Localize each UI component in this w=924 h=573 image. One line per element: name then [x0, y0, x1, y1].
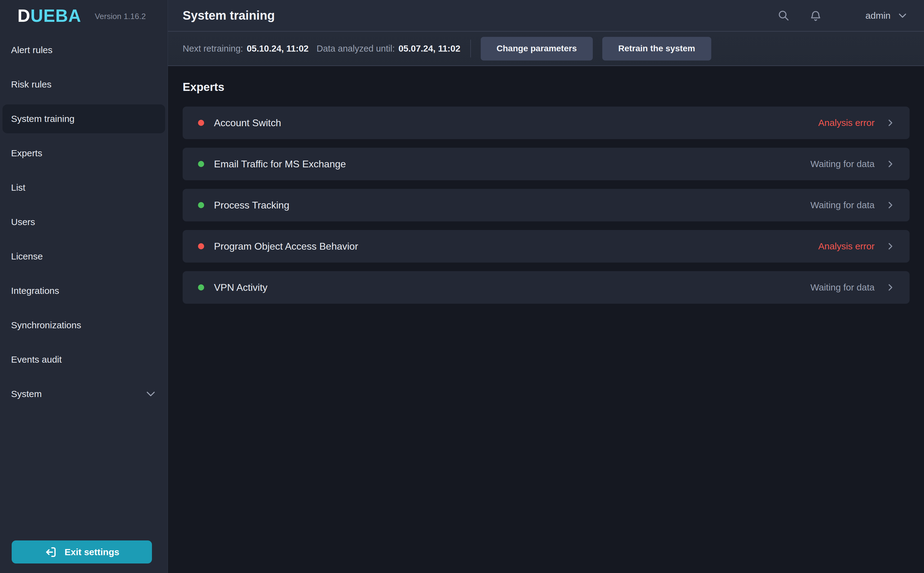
sidebar-item-events-audit[interactable]: Events audit	[2, 345, 165, 374]
expert-name: Process Tracking	[214, 200, 289, 211]
user-name: admin	[865, 11, 891, 21]
page-title: System training	[183, 9, 275, 22]
top-bar: System training admin	[168, 0, 924, 31]
retraining-info-bar: Next retraining: 05.10.24, 11:02 Data an…	[168, 31, 924, 66]
experts-list: Account Switch Analysis error Email Traf…	[183, 106, 910, 304]
sidebar-item-label: Alert rules	[11, 45, 53, 55]
sidebar-item-label: Risk rules	[11, 79, 52, 90]
logo-letter-d: D	[17, 6, 30, 25]
retrain-system-button[interactable]: Retrain the system	[602, 37, 711, 61]
exit-settings-button[interactable]: Exit settings	[12, 540, 152, 564]
sidebar-item-risk-rules[interactable]: Risk rules	[2, 70, 165, 99]
exit-settings-label: Exit settings	[64, 547, 119, 557]
sidebar-item-label: System	[11, 389, 42, 399]
sidebar-item-synchronizations[interactable]: Synchronizations	[2, 311, 165, 340]
expert-name: Email Traffic for MS Exchange	[214, 158, 346, 170]
expert-status: Waiting for data	[810, 282, 875, 293]
expert-name: Account Switch	[214, 117, 281, 129]
sidebar-item-users[interactable]: Users	[2, 208, 165, 236]
logo-letters-ueba: UEBA	[30, 6, 81, 25]
app-version: Version 1.16.2	[95, 11, 146, 21]
vertical-divider	[470, 40, 471, 58]
main-column: System training admin Next retrai	[168, 0, 924, 573]
chevron-right-icon	[886, 118, 895, 127]
chevron-right-icon	[886, 160, 895, 169]
sidebar-item-label: Synchronizations	[11, 320, 81, 330]
expert-status: Waiting for data	[810, 159, 875, 169]
chevron-right-icon	[886, 200, 895, 210]
sidebar-item-label: Integrations	[11, 286, 59, 296]
expert-row-vpn-activity[interactable]: VPN Activity Waiting for data	[183, 271, 910, 304]
sidebar-nav: Alert rules Risk rules System training E…	[0, 31, 167, 540]
content-area: Experts Account Switch Analysis error Em…	[168, 66, 924, 573]
status-dot-ok	[198, 202, 204, 208]
status-dot-error	[198, 120, 204, 126]
sidebar-item-label: License	[11, 251, 43, 261]
sidebar-item-experts[interactable]: Experts	[2, 139, 165, 168]
expert-status: Analysis error	[818, 117, 875, 128]
sidebar-item-list[interactable]: List	[2, 173, 165, 202]
app-logo: DUEBA	[17, 7, 81, 25]
data-analyzed-label: Data analyzed until:	[316, 44, 395, 54]
sidebar-item-alert-rules[interactable]: Alert rules	[2, 36, 165, 64]
search-icon	[777, 9, 790, 22]
expert-name: Program Object Access Behavior	[214, 241, 358, 252]
chevron-down-icon	[145, 391, 156, 397]
next-retraining-label: Next retraining:	[183, 44, 243, 54]
sidebar-item-license[interactable]: License	[2, 242, 165, 271]
expert-row-email-traffic[interactable]: Email Traffic for MS Exchange Waiting fo…	[183, 148, 910, 180]
status-dot-error	[198, 243, 204, 249]
sidebar-item-label: Users	[11, 217, 35, 227]
sidebar-item-integrations[interactable]: Integrations	[2, 276, 165, 305]
sidebar-item-label: Events audit	[11, 354, 62, 365]
logo-row: DUEBA Version 1.16.2	[0, 0, 167, 31]
change-parameters-button[interactable]: Change parameters	[481, 37, 593, 61]
expert-status: Analysis error	[818, 241, 875, 252]
chevron-right-icon	[886, 242, 895, 251]
expert-row-program-object-access[interactable]: Program Object Access Behavior Analysis …	[183, 230, 910, 263]
search-button[interactable]	[774, 6, 794, 25]
experts-section-title: Experts	[183, 81, 910, 94]
chevron-down-icon	[898, 13, 907, 19]
expert-row-process-tracking[interactable]: Process Tracking Waiting for data	[183, 189, 910, 221]
notifications-button[interactable]	[806, 6, 826, 25]
expert-row-account-switch[interactable]: Account Switch Analysis error	[183, 106, 910, 139]
sidebar-item-system[interactable]: System	[2, 380, 165, 409]
status-dot-ok	[198, 284, 204, 291]
sidebar-item-label: Experts	[11, 148, 42, 158]
expert-name: VPN Activity	[214, 282, 267, 293]
expert-status: Waiting for data	[810, 200, 875, 210]
data-analyzed-value: 05.07.24, 11:02	[399, 44, 460, 54]
user-menu[interactable]: admin	[865, 11, 907, 21]
sidebar: DUEBA Version 1.16.2 Alert rules Risk ru…	[0, 0, 168, 573]
bell-icon	[809, 9, 822, 22]
sidebar-item-label: List	[11, 182, 25, 193]
exit-logout-icon	[44, 545, 58, 559]
next-retraining-value: 05.10.24, 11:02	[247, 44, 309, 54]
status-dot-ok	[198, 161, 204, 167]
top-bar-actions: admin	[774, 6, 907, 25]
retraining-info-text: Next retraining: 05.10.24, 11:02 Data an…	[183, 44, 460, 54]
sidebar-item-label: System training	[11, 114, 75, 124]
chevron-right-icon	[886, 283, 895, 292]
exit-settings-area: Exit settings	[0, 540, 167, 573]
sidebar-item-system-training[interactable]: System training	[2, 104, 165, 133]
